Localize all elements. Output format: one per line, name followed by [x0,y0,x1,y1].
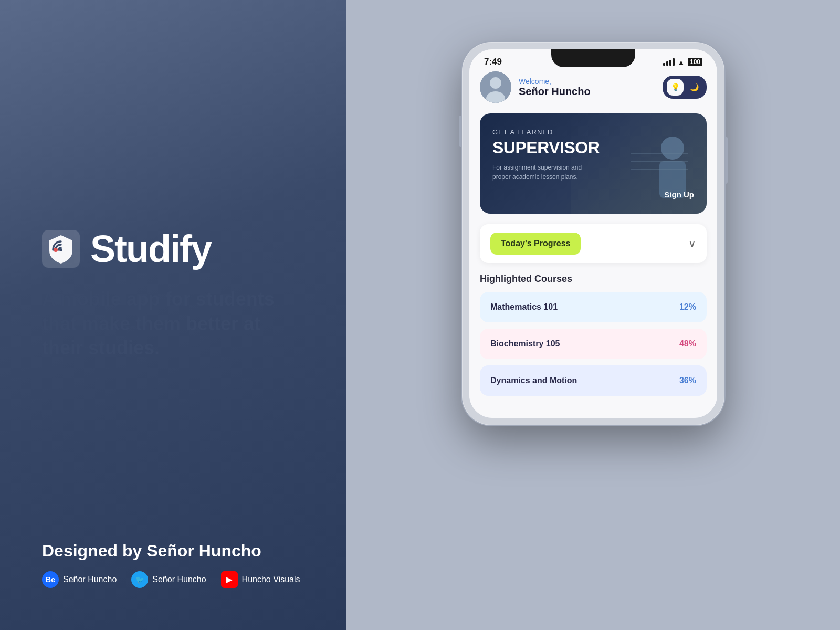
courses-section: Highlighted Courses Mathematics 101 12% … [480,274,707,407]
left-panel: Studify A mobile app for students that m… [0,0,346,630]
theme-toggle[interactable]: 💡 🌙 [663,76,707,99]
designer-label: Designed by Señor Huncho [42,541,300,561]
courses-section-title: Highlighted Courses [480,274,707,285]
phone-screen: 7:49 ▲ 100 [469,49,717,418]
promo-banner[interactable]: GET A LEARNED SUPERVISOR For assignment … [480,113,707,214]
course-name-bio: Biochemistry 105 [490,339,560,349]
banner-description: For assignment supervision and proper ac… [492,163,597,182]
light-mode-button[interactable]: 💡 [667,79,684,96]
youtube-handle: Huncho Visuals [242,575,300,584]
social-links: Be Señor Huncho 🐦 Señor Huncho ▶ Huncho … [42,571,300,588]
progress-header[interactable]: Today's Progress ∨ [480,224,707,263]
svg-point-1 [59,248,62,251]
status-icons: ▲ 100 [663,58,702,66]
chevron-down-icon[interactable]: ∨ [688,237,696,250]
signal-bar-1 [663,63,665,66]
logo-area: Studify [42,227,304,270]
wifi-icon: ▲ [678,58,685,66]
progress-label: Today's Progress [490,233,581,255]
signal-bar-2 [666,61,668,66]
svg-point-4 [490,77,501,89]
social-item-youtube[interactable]: ▶ Huncho Visuals [221,571,300,588]
behance-icon: Be [42,571,59,588]
designer-section: Designed by Señor Huncho Be Señor Huncho… [42,541,300,588]
signal-bar-4 [673,58,675,66]
course-pct-dynamics: 36% [679,376,696,385]
app-tagline: A mobile app for students that make them… [42,287,304,361]
user-info: Welcome, Señor Huncho [480,71,591,103]
youtube-icon: ▶ [221,571,238,588]
phone-wrapper: 7:49 ▲ 100 [462,42,724,425]
user-name: Señor Huncho [519,86,591,98]
svg-point-2 [54,248,58,252]
banner-content: GET A LEARNED SUPERVISOR For assignment … [492,128,694,199]
behance-handle: Señor Huncho [63,575,117,584]
app-header: Welcome, Señor Huncho 💡 🌙 [480,71,707,103]
course-card-dynamics[interactable]: Dynamics and Motion 36% [480,365,707,396]
course-pct-bio: 48% [679,339,696,349]
right-panel: 7:49 ▲ 100 [346,0,840,630]
signal-bars-icon [663,58,675,66]
course-name-dynamics: Dynamics and Motion [490,376,577,385]
app-content: Welcome, Señor Huncho 💡 🌙 [469,71,717,418]
battery-icon: 100 [688,58,702,66]
social-item-twitter[interactable]: 🐦 Señor Huncho [131,571,206,588]
course-card-mathematics[interactable]: Mathematics 101 12% [480,292,707,322]
twitter-handle: Señor Huncho [152,575,206,584]
course-pct-math: 12% [679,302,696,312]
status-bar: 7:49 ▲ 100 [469,49,717,71]
welcome-text: Welcome, Señor Huncho [519,77,591,98]
dark-mode-button[interactable]: 🌙 [686,79,702,96]
avatar [480,71,511,103]
studify-logo-icon [42,230,80,268]
notch [551,49,635,67]
banner-subtitle: GET A LEARNED [492,128,694,136]
social-item-behance[interactable]: Be Señor Huncho [42,571,117,588]
course-card-biochemistry[interactable]: Biochemistry 105 48% [480,329,707,359]
signal-bar-3 [669,60,671,66]
banner-cta-button[interactable]: Sign Up [492,190,694,199]
course-name-math: Mathematics 101 [490,302,558,312]
banner-title: SUPERVISOR [492,138,694,158]
progress-section: Today's Progress ∨ [480,224,707,263]
status-time: 7:49 [484,57,502,67]
app-title: Studify [90,227,211,270]
greeting-text: Welcome, [519,77,591,86]
phone-frame: 7:49 ▲ 100 [462,42,724,425]
twitter-icon: 🐦 [131,571,148,588]
avatar-image [480,71,511,103]
